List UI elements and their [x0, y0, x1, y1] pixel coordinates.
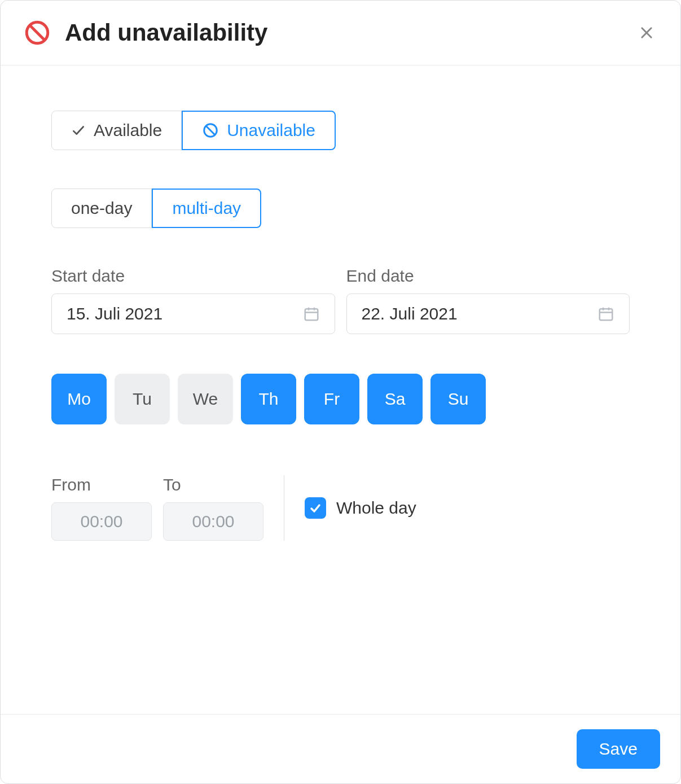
- end-date-value: 22. Juli 2021: [362, 304, 458, 323]
- weekday-tu[interactable]: Tu: [115, 374, 170, 424]
- from-time-input[interactable]: 00:00: [51, 502, 152, 541]
- from-label: From: [51, 475, 152, 494]
- end-date-column: End date 22. Juli 2021: [346, 266, 630, 334]
- prohibit-icon: [202, 122, 219, 139]
- weekday-fr[interactable]: Fr: [304, 374, 359, 424]
- weekday-th[interactable]: Th: [241, 374, 296, 424]
- calendar-icon: [303, 305, 320, 322]
- to-time-input[interactable]: 00:00: [163, 502, 263, 541]
- time-section: From 00:00 To 00:00 Whole day: [51, 475, 630, 541]
- from-time-column: From 00:00: [51, 475, 152, 541]
- whole-day-option: Whole day: [284, 497, 416, 519]
- modal-footer: Save: [1, 714, 680, 783]
- save-button[interactable]: Save: [577, 729, 660, 769]
- calendar-icon: [597, 305, 614, 322]
- weekday-selector: MoTuWeThFrSaSu: [51, 374, 630, 424]
- availability-toggle: Available Unavailable: [51, 111, 336, 150]
- multi-day-button[interactable]: multi-day: [152, 189, 261, 228]
- unavailable-label: Unavailable: [227, 122, 315, 139]
- end-date-input[interactable]: 22. Juli 2021: [346, 294, 630, 334]
- close-button[interactable]: [635, 21, 658, 44]
- date-range-row: Start date 15. Juli 2021 End date 22. Ju…: [51, 266, 630, 334]
- weekday-we[interactable]: We: [178, 374, 233, 424]
- svg-rect-10: [600, 309, 613, 320]
- check-icon: [309, 501, 322, 515]
- whole-day-checkbox[interactable]: [305, 497, 326, 519]
- one-day-label: one-day: [71, 200, 132, 217]
- end-date-label: End date: [346, 266, 630, 286]
- svg-line-5: [207, 126, 215, 135]
- svg-line-1: [30, 26, 45, 40]
- modal-body: Available Unavailable one-day multi-day …: [1, 65, 680, 714]
- time-range: From 00:00 To 00:00: [51, 475, 284, 541]
- to-label: To: [163, 475, 263, 494]
- weekday-sa[interactable]: Sa: [367, 374, 423, 424]
- add-unavailability-modal: Add unavailability Available Unavailabl: [0, 0, 681, 784]
- weekday-mo[interactable]: Mo: [51, 374, 107, 424]
- multi-day-label: multi-day: [172, 200, 241, 217]
- modal-header: Add unavailability: [1, 1, 680, 65]
- start-date-label: Start date: [51, 266, 335, 286]
- duration-toggle: one-day multi-day: [51, 189, 261, 228]
- start-date-input[interactable]: 15. Juli 2021: [51, 294, 335, 334]
- available-label: Available: [94, 122, 162, 139]
- available-button[interactable]: Available: [51, 111, 182, 150]
- modal-title: Add unavailability: [65, 19, 635, 46]
- check-icon: [71, 123, 86, 138]
- unavailable-button[interactable]: Unavailable: [182, 111, 336, 150]
- to-time-column: To 00:00: [163, 475, 263, 541]
- close-icon: [639, 25, 654, 41]
- svg-rect-6: [305, 309, 318, 320]
- prohibit-icon: [23, 19, 51, 47]
- one-day-button[interactable]: one-day: [51, 189, 152, 228]
- start-date-column: Start date 15. Juli 2021: [51, 266, 335, 334]
- whole-day-label: Whole day: [336, 498, 416, 518]
- start-date-value: 15. Juli 2021: [67, 304, 162, 323]
- weekday-su[interactable]: Su: [430, 374, 486, 424]
